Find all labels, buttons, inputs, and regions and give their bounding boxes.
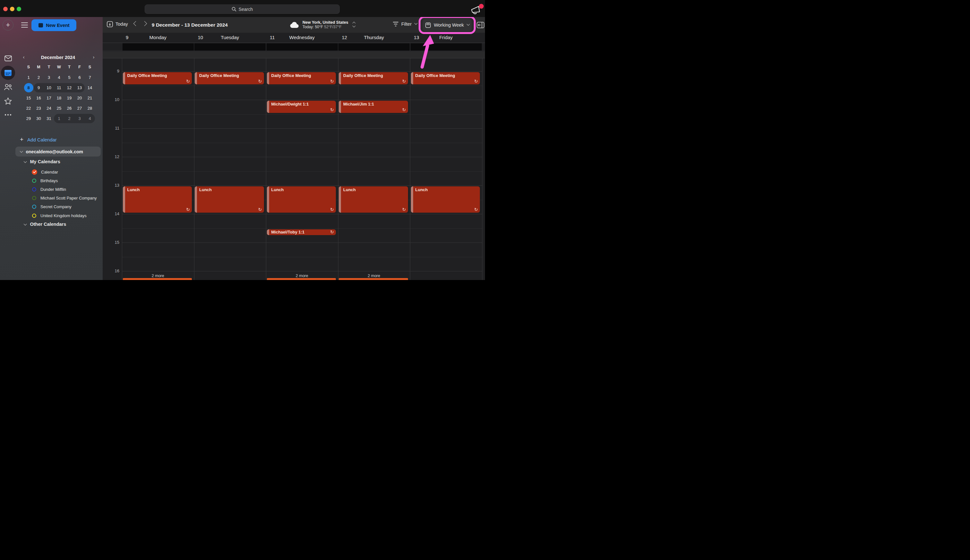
- menu-button[interactable]: [21, 22, 28, 28]
- all-day-cell[interactable]: [267, 43, 338, 51]
- calendar-unchecked-icon[interactable]: [32, 205, 36, 209]
- calendar-list-item[interactable]: Dunder Mifflin: [32, 186, 66, 192]
- mini-calendar-day[interactable]: 12: [65, 83, 74, 92]
- mini-calendar-day[interactable]: 10: [44, 83, 54, 92]
- event-block[interactable]: Daily Office Meeting↻: [411, 72, 480, 84]
- mini-calendar-day[interactable]: 3: [75, 114, 84, 123]
- event-block[interactable]: Daily Office Meeting↻: [123, 72, 192, 84]
- calendar-unchecked-icon[interactable]: [32, 196, 36, 200]
- sidebar-item-calendar[interactable]: [3, 68, 13, 78]
- event-block[interactable]: Daily Office Meeting↻: [267, 72, 336, 84]
- calendar-list-item[interactable]: Secret Company: [32, 204, 72, 210]
- mini-calendar-day[interactable]: 7: [85, 73, 95, 82]
- sidebar-item-people[interactable]: [3, 82, 13, 92]
- more-events-label[interactable]: 2 more: [266, 273, 338, 278]
- mini-calendar-day[interactable]: 9: [34, 83, 43, 92]
- event-block[interactable]: Daily Office Meeting↻: [195, 72, 264, 84]
- other-calendars-section[interactable]: Other Calendars: [24, 222, 66, 227]
- event-block[interactable]: Michael/Jim 1:1↻: [339, 101, 408, 113]
- mini-calendar-day[interactable]: 31: [44, 114, 54, 123]
- event-block[interactable]: Michael/Dwight 1:1↻: [267, 101, 336, 113]
- calendar-list-item[interactable]: Birthdays: [32, 177, 58, 184]
- mini-calendar-day[interactable]: 18: [54, 94, 64, 103]
- compose-button[interactable]: +: [3, 20, 13, 30]
- mini-calendar-day[interactable]: 3: [44, 73, 54, 82]
- mini-calendar-next-button[interactable]: ›: [90, 54, 97, 60]
- event-block[interactable]: Daily Office Meeting↻: [339, 72, 408, 84]
- mini-calendar-title: December 2024: [16, 55, 100, 60]
- view-mode-button[interactable]: Working Week: [423, 19, 472, 31]
- recurrence-icon: ↻: [258, 207, 262, 212]
- mini-calendar-day[interactable]: 5: [65, 73, 74, 82]
- mini-calendar-day[interactable]: 24: [44, 104, 54, 113]
- announcements-button[interactable]: [470, 4, 484, 16]
- mini-calendar-day[interactable]: 2: [65, 114, 74, 123]
- event-block[interactable]: Lunch↻: [195, 186, 264, 213]
- event-block[interactable]: Lunch↻: [339, 186, 408, 213]
- today-label: Today: [115, 22, 128, 27]
- mini-calendar-day[interactable]: 6: [75, 73, 84, 82]
- mini-calendar-day[interactable]: 19: [65, 94, 74, 103]
- more-events-label[interactable]: 2 more: [122, 273, 194, 278]
- all-day-cell[interactable]: [411, 43, 482, 51]
- mini-calendar-day[interactable]: 20: [75, 94, 84, 103]
- calendar-list-item[interactable]: Michael Scott Paper Company: [32, 195, 97, 202]
- new-event-button[interactable]: New Event: [32, 19, 76, 31]
- search-input[interactable]: Search: [145, 5, 340, 14]
- clipped-event-bar[interactable]: [267, 278, 336, 280]
- my-calendars-section[interactable]: My Calendars: [24, 159, 60, 164]
- weather-widget[interactable]: New York, United States Today: 50°F 52°F…: [290, 20, 355, 29]
- week-grid[interactable]: 910111213141516Daily Office Meeting↻Lunc…: [103, 58, 485, 280]
- close-window-button[interactable]: [3, 7, 8, 11]
- calendar-unchecked-icon[interactable]: [32, 178, 36, 183]
- all-day-cell[interactable]: [194, 43, 266, 51]
- mini-calendar-day[interactable]: 26: [65, 104, 74, 113]
- event-category-strip: [267, 72, 269, 84]
- mini-calendar-day[interactable]: 29: [24, 114, 33, 123]
- mini-calendar-day[interactable]: 22: [24, 104, 33, 113]
- minimize-window-button[interactable]: [10, 7, 15, 11]
- mini-calendar-day[interactable]: 4: [54, 73, 64, 82]
- chevron-down-icon: [24, 160, 27, 163]
- calendar-unchecked-icon[interactable]: [32, 213, 36, 218]
- calendar-unchecked-icon[interactable]: [32, 187, 36, 192]
- mini-calendar-day[interactable]: 1: [54, 114, 64, 123]
- clipped-event-bar[interactable]: [339, 278, 408, 280]
- sidebar-item-favorites[interactable]: [3, 96, 13, 105]
- event-block[interactable]: Michael/Toby 1:1↻: [267, 229, 336, 235]
- mini-calendar-day[interactable]: 15: [24, 94, 33, 103]
- mini-calendar-day[interactable]: 25: [54, 104, 64, 113]
- mini-calendar-day[interactable]: 4: [85, 114, 95, 123]
- sidebar-item-more[interactable]: [3, 110, 13, 120]
- event-block[interactable]: Lunch↻: [267, 186, 336, 213]
- mini-calendar-day[interactable]: 2: [34, 73, 43, 82]
- mini-calendar-day[interactable]: 1: [24, 73, 33, 82]
- mini-calendar-day[interactable]: 16: [34, 94, 43, 103]
- mini-calendar-day[interactable]: 17: [44, 94, 54, 103]
- mini-calendar-day[interactable]: 13: [75, 83, 84, 92]
- all-day-cell[interactable]: [123, 43, 194, 51]
- clipped-event-bar[interactable]: [123, 278, 192, 280]
- mini-calendar-day[interactable]: 14: [85, 83, 95, 92]
- sidebar-item-mail[interactable]: [3, 53, 13, 63]
- add-calendar-button[interactable]: + Add Calendar: [20, 136, 57, 143]
- all-day-cell[interactable]: [338, 43, 410, 51]
- more-events-label[interactable]: 2 more: [338, 273, 410, 278]
- collapse-panel-button[interactable]: [477, 22, 484, 28]
- calendar-list-item[interactable]: United Kingdom holidays: [32, 212, 87, 219]
- today-button[interactable]: Today: [107, 21, 128, 27]
- event-block[interactable]: Lunch↻: [123, 186, 192, 213]
- calendar-checked-icon[interactable]: [32, 169, 37, 175]
- zoom-window-button[interactable]: [17, 7, 21, 11]
- event-block[interactable]: Lunch↻: [411, 186, 480, 213]
- mini-calendar-day[interactable]: 11: [54, 83, 64, 92]
- mini-calendar-day[interactable]: 28: [85, 104, 95, 113]
- filter-button[interactable]: Filter: [393, 22, 417, 27]
- mini-calendar-selected-day[interactable]: 8: [24, 83, 33, 92]
- mini-calendar-day[interactable]: 23: [34, 104, 43, 113]
- mini-calendar-day[interactable]: 27: [75, 104, 84, 113]
- mini-calendar-day[interactable]: 21: [85, 94, 95, 103]
- mini-calendar-day[interactable]: 30: [34, 114, 43, 123]
- calendar-list-item[interactable]: Calendar: [32, 169, 58, 175]
- account-row[interactable]: onecaldemo@outlook.com: [15, 147, 101, 157]
